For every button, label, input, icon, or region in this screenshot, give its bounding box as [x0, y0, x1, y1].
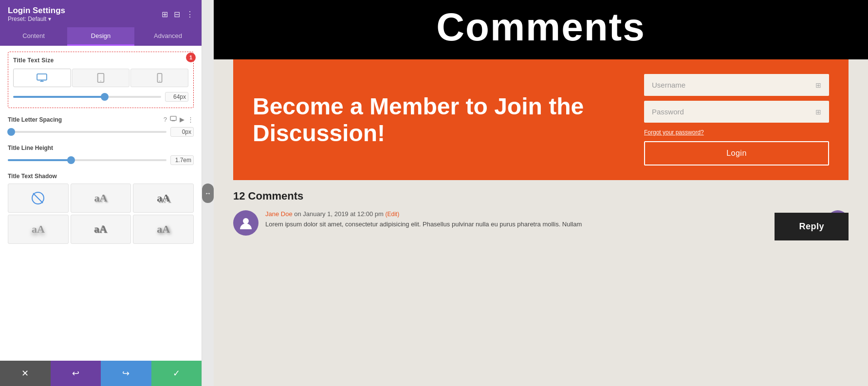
- more-options-icon[interactable]: ⋮: [186, 10, 194, 19]
- title-text-size-track[interactable]: [13, 96, 161, 98]
- forgot-password-link[interactable]: Forgot your password?: [644, 128, 829, 136]
- svg-rect-7: [170, 116, 176, 121]
- panel-bottom-bar: ✕ ↩ ↪ ✓: [0, 361, 202, 386]
- comment-meta: Jane Doe on January 1, 2019 at 12:00 pm …: [265, 210, 820, 218]
- comment-date: on January 1, 2019 at 12:00 pm: [294, 210, 384, 218]
- focus-mode-icon[interactable]: ⊞: [162, 10, 168, 19]
- title-text-size-wrapper: Title Text Size: [8, 52, 194, 108]
- username-field-wrapper: Username ⊞: [644, 74, 829, 96]
- tab-design[interactable]: Design: [67, 27, 134, 46]
- reply-button[interactable]: Reply: [775, 213, 849, 240]
- title-line-height-section: Title Line Height 1.7em: [8, 145, 194, 165]
- confirm-button[interactable]: ✓: [151, 361, 202, 386]
- login-form: Username ⊞ Password ⊞ Forgot your passwo…: [644, 74, 829, 165]
- tablet-device-btn[interactable]: [72, 69, 130, 87]
- comments-section: 12 Comments Jane Doe on January 1, 2019 …: [214, 180, 868, 245]
- comment-body: Jane Doe on January 1, 2019 at 12:00 pm …: [265, 210, 820, 229]
- title-text-shadow-section: Title Text Shadow aA aA aA aA aA: [8, 173, 194, 244]
- comment-author: Jane Doe: [265, 210, 293, 218]
- letter-spacing-icons: ? ▶ ⋮: [164, 116, 194, 123]
- shadow-option-5[interactable]: aA: [133, 215, 194, 244]
- svg-point-6: [159, 80, 160, 81]
- letter-spacing-more-icon[interactable]: ⋮: [187, 116, 194, 123]
- shadow-option-4[interactable]: aA: [71, 215, 131, 244]
- letter-spacing-help-icon[interactable]: ?: [164, 116, 167, 123]
- login-button[interactable]: Login: [644, 141, 829, 165]
- letter-spacing-cursor-icon[interactable]: ▶: [180, 116, 185, 123]
- svg-point-4: [100, 80, 101, 81]
- line-height-value[interactable]: 1.7em: [170, 155, 194, 165]
- title-text-size-thumb[interactable]: [101, 93, 109, 101]
- resize-handle-inner: ↔: [202, 184, 214, 203]
- page-title: Comments: [214, 0, 868, 59]
- password-placeholder[interactable]: Password: [652, 108, 684, 116]
- comment-edit-link[interactable]: (Edit): [385, 211, 399, 218]
- username-icon: ⊞: [815, 81, 821, 89]
- panel-header-info: Login Settings Preset: Default ▾: [8, 6, 65, 22]
- letter-spacing-slider-row: 0px: [8, 127, 194, 137]
- title-letter-spacing-label: Title Letter Spacing: [8, 116, 62, 123]
- shadow-option-2[interactable]: aA: [133, 184, 194, 213]
- tab-content[interactable]: Content: [0, 27, 67, 46]
- shadow-option-none[interactable]: [8, 184, 69, 213]
- panel-header-icons: ⊞ ⊟ ⋮: [162, 10, 194, 19]
- panel-tabs: Content Design Advanced: [0, 27, 202, 46]
- password-field-wrapper: Password ⊞: [644, 101, 829, 123]
- redo-button[interactable]: ↪: [101, 361, 151, 386]
- login-headline: Become a Member to Join the Discussion!: [253, 93, 625, 147]
- svg-rect-0: [37, 74, 47, 80]
- letter-spacing-track[interactable]: [8, 131, 166, 133]
- shadow-options-grid: aA aA aA aA aA: [8, 184, 194, 244]
- line-height-fill: [8, 159, 71, 161]
- comment-avatar: [233, 210, 259, 236]
- undo-button[interactable]: ↩: [51, 361, 101, 386]
- cancel-button[interactable]: ✕: [0, 361, 51, 386]
- shadow-option-3[interactable]: aA: [8, 215, 69, 244]
- comments-count: 12 Comments: [233, 190, 849, 202]
- panel-body: Title Text Size: [0, 46, 202, 361]
- letter-spacing-value[interactable]: 0px: [170, 127, 194, 137]
- device-row: [13, 69, 188, 87]
- svg-line-11: [33, 193, 43, 203]
- panel-preset[interactable]: Preset: Default ▾: [8, 16, 65, 22]
- title-text-size-label: Title Text Size: [13, 57, 188, 64]
- title-letter-spacing-section: Title Letter Spacing ? ▶ ⋮ 0px: [8, 116, 194, 137]
- line-height-track[interactable]: [8, 159, 166, 161]
- split-view-icon[interactable]: ⊟: [174, 10, 180, 19]
- panel-title: Login Settings: [8, 6, 65, 16]
- svg-point-12: [243, 218, 249, 224]
- shadow-option-1[interactable]: aA: [71, 184, 131, 213]
- username-placeholder[interactable]: Username: [652, 81, 685, 89]
- title-text-size-value[interactable]: 64px: [165, 92, 188, 102]
- title-line-height-label: Title Line Height: [8, 145, 194, 151]
- comment-text: Lorem ipsum dolor sit amet, consectetur …: [265, 220, 820, 229]
- panel-header: Login Settings Preset: Default ▾ ⊞ ⊟ ⋮: [0, 0, 202, 27]
- title-letter-spacing-header: Title Letter Spacing ? ▶ ⋮: [8, 116, 194, 123]
- page-content: Become a Member to Join the Discussion! …: [214, 59, 868, 386]
- desktop-device-btn[interactable]: [13, 69, 71, 87]
- line-height-slider-row: 1.7em: [8, 155, 194, 165]
- preview-panel: Comments Become a Member to Join the Dis…: [214, 0, 868, 386]
- comment-row: Jane Doe on January 1, 2019 at 12:00 pm …: [233, 210, 849, 236]
- notification-badge: 1: [186, 53, 196, 62]
- password-icon: ⊞: [815, 108, 821, 116]
- login-section: Become a Member to Join the Discussion! …: [233, 59, 849, 180]
- title-text-size-section: Title Text Size: [8, 52, 194, 108]
- title-text-shadow-label: Title Text Shadow: [8, 173, 194, 180]
- letter-spacing-thumb[interactable]: [7, 128, 15, 136]
- title-text-size-slider-row: 64px: [13, 92, 188, 102]
- mobile-device-btn[interactable]: [130, 69, 188, 87]
- settings-panel: Login Settings Preset: Default ▾ ⊞ ⊟ ⋮ C…: [0, 0, 202, 386]
- letter-spacing-device-icon[interactable]: [170, 116, 177, 123]
- title-text-size-fill: [13, 96, 105, 98]
- line-height-thumb[interactable]: [67, 156, 75, 164]
- resize-handle[interactable]: ↔: [202, 0, 214, 386]
- tab-advanced[interactable]: Advanced: [134, 27, 202, 46]
